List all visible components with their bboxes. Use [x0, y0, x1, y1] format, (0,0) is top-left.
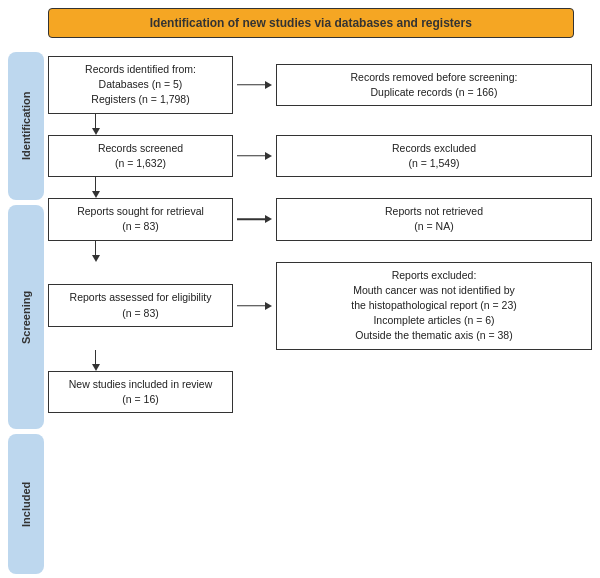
prisma-diagram: Identification of new studies via databa… — [0, 0, 600, 578]
box-records-screened: Records screened (n = 1,632) — [48, 135, 233, 177]
row-assessed: Reports assessed for eligibility (n = 83… — [48, 262, 592, 350]
vert-line-3 — [95, 241, 97, 255]
arrow-head-2 — [92, 191, 100, 198]
label-identification: Identification — [8, 52, 44, 200]
row-identification: Records identified from: Databases (n = … — [48, 56, 592, 114]
box-new-studies: New studies included in review (n = 16) — [48, 371, 233, 413]
banner-text: Identification of new studies via databa… — [150, 16, 472, 30]
label-included: Included — [8, 434, 44, 574]
vert-line-1 — [95, 114, 97, 128]
arrow-down-1-row — [48, 114, 592, 135]
box-records-identified: Records identified from: Databases (n = … — [48, 56, 233, 114]
box-reports-assessed: Reports assessed for eligibility (n = 83… — [48, 284, 233, 326]
arrow-to-removed — [237, 79, 272, 91]
box-reports-not-retrieved: Reports not retrieved (n = NA) — [276, 198, 592, 240]
row-screened: Records screened (n = 1,632) Records exc… — [48, 135, 592, 177]
labels-column: Identification Screening Included — [8, 52, 44, 574]
arrow-down-3-row — [48, 241, 592, 262]
box-records-removed: Records removed before screening: Duplic… — [276, 64, 592, 106]
arrow-head-3 — [92, 255, 100, 262]
flows-column: Records identified from: Databases (n = … — [48, 52, 592, 574]
vert-line-4 — [95, 350, 97, 364]
box-reports-excluded: Reports excluded: Mouth cancer was not i… — [276, 262, 592, 350]
arrow-to-not-retrieved — [237, 213, 272, 225]
arrow-down-2-row — [48, 177, 592, 198]
row-included: New studies included in review (n = 16) — [48, 371, 592, 413]
arrow-head-1 — [92, 128, 100, 135]
arrow-to-excluded — [237, 150, 272, 162]
label-screening: Screening — [8, 205, 44, 429]
arrow-head-4 — [92, 364, 100, 371]
row-sought: Reports sought for retrieval (n = 83) Re… — [48, 198, 592, 240]
arrow-to-reports-excluded — [237, 300, 272, 312]
vert-line-2 — [95, 177, 97, 191]
box-reports-sought: Reports sought for retrieval (n = 83) — [48, 198, 233, 240]
arrow-down-4-row — [48, 350, 592, 371]
box-records-excluded: Records excluded (n = 1,549) — [276, 135, 592, 177]
banner: Identification of new studies via databa… — [48, 8, 574, 38]
